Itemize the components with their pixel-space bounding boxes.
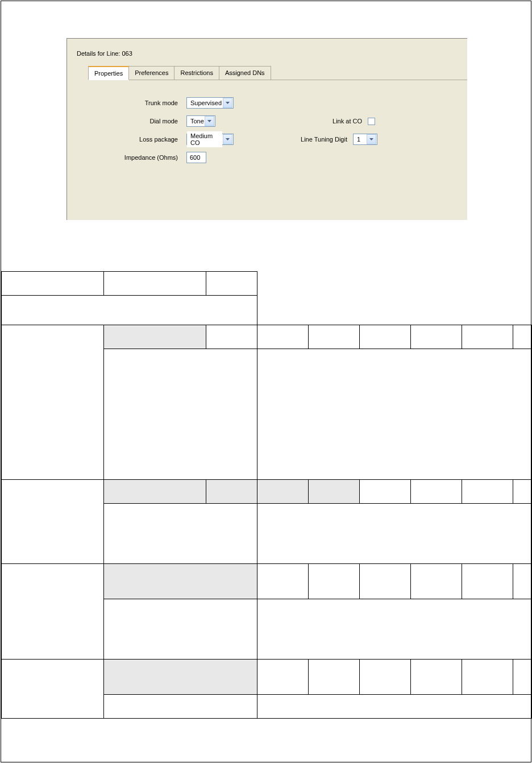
trunk-mode-value: Supervised xyxy=(187,98,222,107)
trunk-mode-select[interactable]: Supervised xyxy=(186,97,234,109)
trunk-mode-label: Trunk mode xyxy=(98,99,186,106)
chevron-down-icon xyxy=(205,116,214,126)
table-row xyxy=(2,480,532,504)
tab-properties[interactable]: Properties xyxy=(88,66,129,80)
tab-restrictions[interactable]: Restrictions xyxy=(174,66,219,80)
loss-package-select[interactable]: Medium CO xyxy=(186,134,234,145)
tab-assigned-dns[interactable]: Assigned DNs xyxy=(219,66,271,80)
chevron-down-icon xyxy=(223,98,232,108)
loss-package-label: Loss package xyxy=(98,136,186,143)
tab-preferences[interactable]: Preferences xyxy=(128,66,174,80)
tabs: Properties Preferences Restrictions Assi… xyxy=(88,66,467,80)
chevron-down-icon xyxy=(223,134,232,144)
dial-mode-select[interactable]: Tone xyxy=(186,115,215,127)
loss-package-value: Medium CO xyxy=(187,131,222,147)
line-tuning-digit-value: 1 xyxy=(354,135,366,144)
table-row xyxy=(2,564,532,599)
impedance-input[interactable] xyxy=(186,152,206,163)
panel-title: Details for Line: 063 xyxy=(70,40,467,61)
table-row xyxy=(2,660,532,695)
table-row xyxy=(2,272,532,296)
impedance-label: Impedance (Ohms) xyxy=(98,154,186,161)
data-table xyxy=(1,271,532,719)
table-row xyxy=(2,325,532,349)
tab-content: Trunk mode Supervised Dial mode Tone xyxy=(70,80,467,181)
link-at-co-label: Link at CO xyxy=(311,118,368,125)
table-row xyxy=(2,296,532,325)
details-panel: Details for Line: 063 Properties Prefere… xyxy=(66,38,467,220)
link-at-co-checkbox[interactable] xyxy=(368,118,375,125)
chevron-down-icon xyxy=(367,134,376,144)
dial-mode-label: Dial mode xyxy=(98,118,186,125)
line-tuning-digit-label: Line Tuning Digit xyxy=(290,136,353,143)
line-tuning-digit-select[interactable]: 1 xyxy=(353,134,377,145)
dial-mode-value: Tone xyxy=(187,117,204,126)
